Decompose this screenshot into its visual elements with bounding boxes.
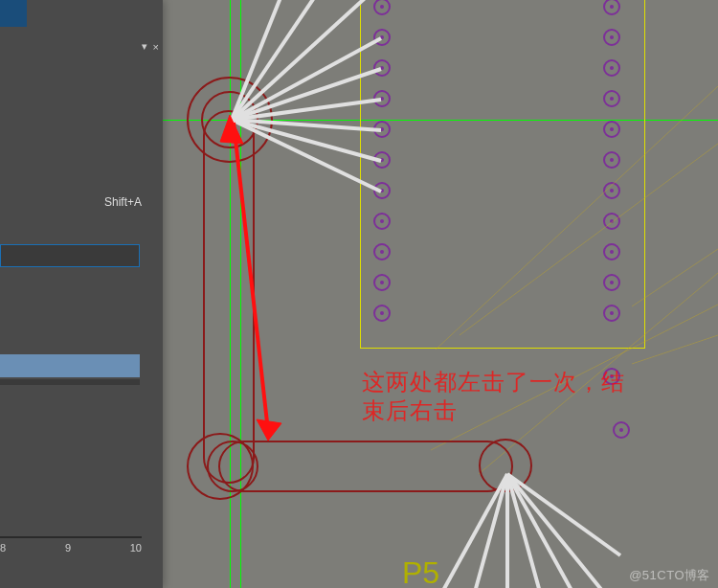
outline-slot-horizontal xyxy=(218,441,513,492)
pad[interactable] xyxy=(373,90,391,107)
pad[interactable] xyxy=(603,305,620,322)
pad[interactable] xyxy=(373,305,391,322)
pad[interactable] xyxy=(603,121,620,138)
svg-line-21 xyxy=(507,474,620,555)
annotation-line1: 这两处都左击了一次，结 xyxy=(362,369,625,395)
tick: 9 xyxy=(65,542,71,554)
tick: 10 xyxy=(130,542,142,554)
panel-body: Shift+A 8 9 10 150 200 xyxy=(0,57,153,588)
pad[interactable] xyxy=(603,151,620,169)
panel-corner xyxy=(0,0,27,27)
pad[interactable] xyxy=(603,29,620,46)
pad[interactable] xyxy=(373,121,391,138)
shortcut-label: Shift+A xyxy=(104,192,142,213)
outline-slot-vertical xyxy=(203,110,255,484)
svg-marker-23 xyxy=(257,419,281,441)
dropdown[interactable] xyxy=(0,244,140,267)
pad[interactable] xyxy=(373,151,391,169)
label-p5: P5 xyxy=(402,555,439,588)
outline-circle-br xyxy=(479,439,532,492)
annotation-line2: 束后右击 xyxy=(362,397,458,423)
watermark: @51CTO博客 xyxy=(629,567,710,584)
pad[interactable] xyxy=(373,243,391,260)
pad[interactable] xyxy=(373,213,391,230)
tick: 8 xyxy=(0,542,6,554)
pad[interactable] xyxy=(603,182,620,199)
slider-1-ticks: 8 9 10 xyxy=(0,542,142,554)
pad[interactable] xyxy=(603,274,620,291)
slider-1-track[interactable] xyxy=(0,536,142,538)
pad[interactable] xyxy=(603,243,620,260)
collapse-icon[interactable]: ▾ xyxy=(142,40,147,53)
close-icon[interactable]: × xyxy=(153,41,159,53)
pad[interactable] xyxy=(373,29,391,46)
list-divider xyxy=(0,379,140,385)
pad[interactable] xyxy=(603,90,620,107)
pad[interactable] xyxy=(373,182,391,199)
pad[interactable] xyxy=(603,213,620,230)
selection-rect xyxy=(360,0,645,349)
side-panel[interactable]: ▾ × Shift+A 8 9 10 150 200 xyxy=(0,0,163,588)
pad[interactable] xyxy=(603,59,620,77)
pad[interactable] xyxy=(373,274,391,291)
panel-header: ▾ × xyxy=(142,40,159,53)
annotation-text: 这两处都左击了一次，结 束后右击 xyxy=(362,368,716,425)
svg-line-18 xyxy=(507,474,546,588)
pad[interactable] xyxy=(373,59,391,77)
list-selection[interactable] xyxy=(0,354,140,377)
svg-line-19 xyxy=(507,474,584,588)
svg-line-20 xyxy=(507,474,620,588)
